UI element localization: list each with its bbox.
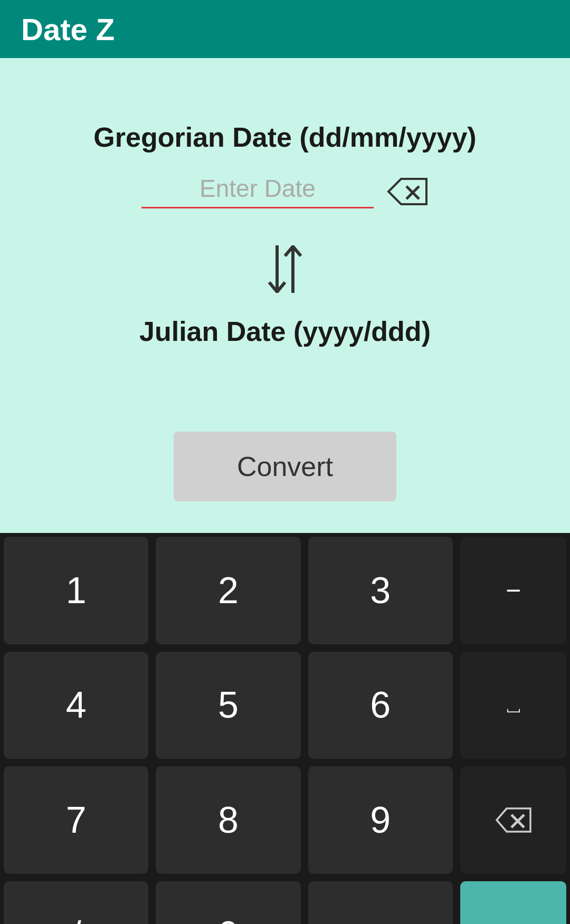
key-4[interactable]: 4 <box>3 651 149 760</box>
app-title: Date Z <box>21 12 115 47</box>
key-7[interactable]: 7 <box>3 765 149 875</box>
numeric-keyboard: 1 2 3 − 4 5 6 ⎵ 7 8 9 / 0 . ✓ <box>0 533 570 924</box>
swap-icon <box>264 245 306 300</box>
gregorian-date-label: Gregorian Date (dd/mm/yyyy) <box>93 121 476 153</box>
backspace-button[interactable] <box>386 177 429 206</box>
julian-date-label: Julian Date (yyyy/ddd) <box>139 316 431 347</box>
key-enter[interactable]: ✓ <box>459 880 567 925</box>
key-8[interactable]: 8 <box>155 765 301 875</box>
keyboard-row-4: / 0 . ✓ <box>0 878 570 925</box>
convert-button[interactable]: Convert <box>174 432 396 501</box>
keyboard-row-3: 7 8 9 <box>0 763 570 878</box>
key-0[interactable]: 0 <box>155 880 301 925</box>
key-5[interactable]: 5 <box>155 651 301 760</box>
keyboard-row-1: 1 2 3 − <box>0 533 570 648</box>
key-minus[interactable]: − <box>459 536 567 645</box>
key-dot[interactable]: . <box>307 880 454 925</box>
date-input-container <box>141 174 374 208</box>
date-input-row <box>141 174 429 208</box>
checkmark-icon: ✓ <box>500 916 527 924</box>
key-space[interactable]: ⎵ <box>459 651 567 760</box>
key-6[interactable]: 6 <box>307 651 454 760</box>
key-2[interactable]: 2 <box>155 536 301 645</box>
key-1[interactable]: 1 <box>3 536 149 645</box>
key-slash[interactable]: / <box>3 880 149 925</box>
date-input[interactable] <box>141 174 374 208</box>
key-9[interactable]: 9 <box>307 765 454 875</box>
app-header: Date Z <box>0 0 570 58</box>
backspace-icon <box>386 177 429 206</box>
keyboard-row-2: 4 5 6 ⎵ <box>0 648 570 763</box>
key-3[interactable]: 3 <box>307 536 454 645</box>
key-backspace[interactable] <box>459 765 567 875</box>
main-content: Gregorian Date (dd/mm/yyyy) Julian Date … <box>0 58 570 533</box>
